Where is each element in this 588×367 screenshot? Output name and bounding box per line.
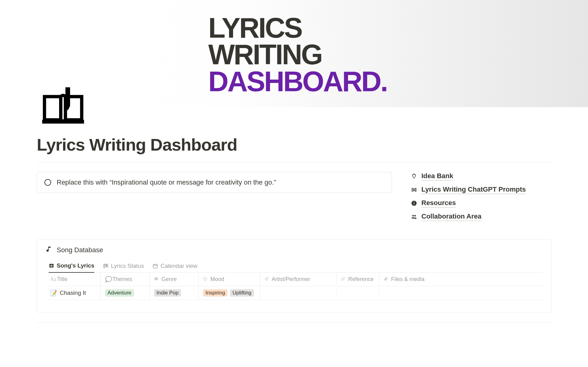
column-header-title[interactable]: Aa Title [46,273,101,286]
tab-label: Calendar view [160,263,197,269]
nav-item-collaboration[interactable]: Collaboration Area [410,212,551,221]
column-header-themes[interactable]: 💭 Themes [101,273,150,286]
database-tabs: Song's Lyrics Lyrics Status Calendar vie… [46,260,542,273]
database-title-row[interactable]: Song Database [46,246,542,254]
row-emoji-icon: 📝 [50,290,57,297]
row-title-text: Chasing It [60,290,86,296]
svg-rect-1 [415,188,416,191]
people-icon [410,214,418,220]
svg-rect-0 [412,188,413,191]
cell-genre[interactable]: Indie Pop [150,286,199,300]
database-table: Aa Title 💭 Themes Genre M [46,273,542,300]
tag-adventure: Adventure [105,289,134,297]
info-icon [410,200,418,206]
table-header-row: Aa Title 💭 Themes Genre M [46,273,542,286]
song-database-block: Song Database Song's Lyrics Lyrics Statu… [37,239,551,313]
divider [37,162,551,162]
svg-rect-14 [107,264,108,267]
svg-rect-4 [414,203,414,204]
nav-item-label: Lyrics Writing ChatGPT Prompts [421,185,526,194]
page-title[interactable]: Lyrics Writing Dashboard [37,135,551,155]
stack-icon [154,276,159,283]
quote-callout[interactable]: Replace this with “Inspirational quote o… [37,172,392,193]
nav-item-resources[interactable]: Resources [410,199,551,208]
database-title: Song Database [57,246,103,254]
table-row[interactable]: 📝 Chasing It Adventure Indie Pop Inspiri… [46,286,542,300]
svg-rect-12 [104,264,105,268]
divider-bottom [37,322,551,323]
form-icon [410,187,418,193]
tag-inspiring: Inspiring [203,289,228,297]
nav-item-label: Resources [421,199,456,208]
svg-rect-11 [51,264,51,267]
music-note-icon [46,246,52,254]
svg-point-5 [414,202,414,202]
paperclip-icon [384,276,389,283]
column-header-artist[interactable]: Artist/Performer [260,273,337,286]
link-icon [341,276,346,283]
nav-item-label: Idea Bank [421,172,453,181]
svg-point-19 [204,277,206,280]
circle-icon [44,179,51,186]
board-icon [103,263,108,269]
book-pen-icon[interactable] [40,83,86,130]
table-icon [49,263,54,268]
tag-indie-pop: Indie Pop [154,289,181,297]
quick-links: Idea Bank Lyrics Writing ChatGPT Prompts… [410,172,551,221]
tag-uplifting: Uplifting [230,289,254,297]
svg-rect-18 [155,279,157,280]
cell-reference[interactable] [337,290,379,296]
svg-point-6 [412,215,414,216]
svg-rect-13 [105,264,107,267]
tab-songs-lyrics[interactable]: Song's Lyrics [49,260,94,273]
tab-lyrics-status[interactable]: Lyrics Status [103,260,144,272]
column-header-genre[interactable]: Genre [150,273,199,286]
calendar-icon [153,263,158,269]
hero-line-1: LYRICS [208,15,387,41]
cell-mood[interactable]: Inspiring Uplifting [199,286,260,300]
cell-themes[interactable]: Adventure [101,286,150,300]
hero-line-2: WRITING [208,41,387,68]
thought-icon: 💭 [105,276,110,283]
cell-files[interactable] [379,290,542,296]
column-header-files[interactable]: Files & media [379,273,542,286]
tab-calendar-view[interactable]: Calendar view [153,260,197,272]
svg-rect-16 [155,278,157,278]
tab-label: Lyrics Status [111,263,144,269]
nav-item-idea-bank[interactable]: Idea Bank [410,172,551,181]
column-header-mood[interactable]: Mood [199,273,260,286]
svg-rect-15 [153,264,157,268]
text-type-icon: Aa [50,276,55,283]
cell-artist[interactable] [260,290,337,296]
hero-line-3: DASHBOARD. [208,68,387,95]
send-icon [264,276,269,283]
svg-rect-2 [413,189,415,191]
lightbulb-icon [410,173,418,179]
hero-banner-title: LYRICS WRITING DASHBOARD. [208,15,387,95]
circle-status-icon [203,276,208,283]
svg-rect-17 [155,279,157,279]
nav-item-label: Collaboration Area [421,212,481,221]
tab-label: Song's Lyrics [57,262,94,269]
column-header-reference[interactable]: Reference [337,273,379,286]
cell-title[interactable]: 📝 Chasing It [46,286,101,300]
quote-text: Replace this with “Inspirational quote o… [57,178,276,186]
nav-item-chatgpt-prompts[interactable]: Lyrics Writing ChatGPT Prompts [410,185,551,194]
svg-point-7 [414,215,416,216]
